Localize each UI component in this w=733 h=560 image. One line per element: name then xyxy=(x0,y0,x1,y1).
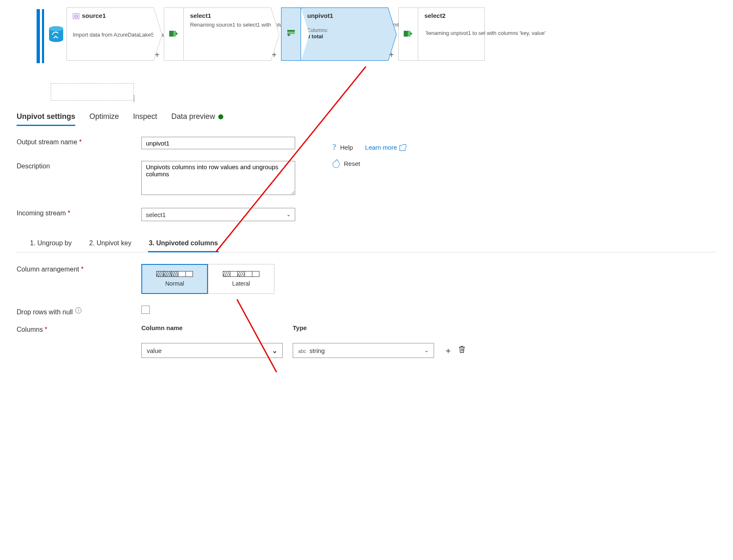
datasource-icon xyxy=(48,26,64,43)
caret-indicator xyxy=(134,95,134,102)
subtab-unpivoted-columns[interactable]: 3. Unpivoted columns xyxy=(148,238,219,252)
add-node-button[interactable]: + xyxy=(389,50,394,60)
incoming-stream-select[interactable]: select1 ⌄ xyxy=(141,208,295,221)
drop-null-checkbox[interactable] xyxy=(141,306,150,314)
node-description: Import data from AzureDataLakeStorage1 xyxy=(73,32,148,38)
columns-label: Columns: xyxy=(307,27,382,33)
unpivot-icon xyxy=(286,30,296,39)
arrangement-lateral-icon xyxy=(223,271,259,277)
tab-optimize[interactable]: Optimize xyxy=(89,110,119,125)
incoming-stream-label: Incoming stream * xyxy=(17,208,141,217)
reset-link[interactable]: Reset xyxy=(344,160,360,167)
subtab-unpivot-key[interactable]: 2. Unpivot key xyxy=(89,238,132,252)
node-title: unpivot1 xyxy=(307,12,382,19)
flow-canvas: { }source1 Import data from AzureDataLak… xyxy=(0,0,733,104)
chevron-down-icon: ⌄ xyxy=(286,212,291,217)
tab-unpivot-settings[interactable]: Unpivot settings xyxy=(17,110,75,125)
chevron-down-icon: ⌄ xyxy=(424,348,429,353)
node-title: source1 xyxy=(82,12,106,19)
select-icon xyxy=(404,30,413,39)
side-links: ?Help Learn more Reset xyxy=(333,143,405,168)
flow-node-unpivot1[interactable]: unpivot1 Columns: 3 total xyxy=(301,7,388,61)
svg-point-1 xyxy=(49,26,63,31)
add-node-button[interactable]: + xyxy=(272,50,277,60)
help-icon: ? xyxy=(333,143,336,151)
add-node-button[interactable]: + xyxy=(155,50,160,60)
arrangement-option-lateral[interactable]: Lateral xyxy=(208,264,274,294)
delete-column-button[interactable] xyxy=(458,345,466,356)
chevron-down-icon: ⌄ xyxy=(272,347,277,355)
tab-inspect[interactable]: Inspect xyxy=(133,110,157,125)
flow-node-select1[interactable]: select1 Renaming source1 to select1 with… xyxy=(184,7,271,61)
info-icon[interactable]: i xyxy=(75,307,81,313)
panel-tabs: Unpivot settings Optimize Inspect Data p… xyxy=(17,110,716,125)
flow-start-marker xyxy=(37,9,40,63)
node-description: Renaming unpivot1 to sel with columns 'k… xyxy=(424,30,479,37)
svg-rect-3 xyxy=(173,31,176,37)
node-description: Renaming source1 to select1 with columns… xyxy=(190,22,265,28)
svg-rect-2 xyxy=(169,31,173,37)
drop-null-label: Drop rows with nulli xyxy=(17,306,141,316)
column-type-header: Type xyxy=(293,324,434,331)
column-type-select[interactable]: abcstring ⌄ xyxy=(293,343,434,358)
flow-node-source1[interactable]: { }source1 Import data from AzureDataLak… xyxy=(67,7,154,61)
select-icon xyxy=(169,30,178,39)
reset-icon xyxy=(333,161,340,168)
flow-node-select2[interactable]: select2 Renaming unpivot1 to sel with co… xyxy=(418,7,485,61)
flow-start-marker-2 xyxy=(42,9,44,63)
sub-tabs: 1. Ungroup by 2. Unpivot key 3. Unpivote… xyxy=(17,238,716,252)
column-name-select[interactable]: value ⌄ xyxy=(141,343,283,358)
subtab-ungroup-by[interactable]: 1. Ungroup by xyxy=(29,238,73,252)
column-arrangement-label: Column arrangement * xyxy=(17,264,141,273)
external-link-icon xyxy=(400,145,405,151)
svg-rect-4 xyxy=(287,30,295,32)
node-title: select2 xyxy=(424,12,479,19)
column-name-header: Column name xyxy=(141,324,283,331)
learn-more-link[interactable]: Learn more xyxy=(365,144,405,151)
node-type-icon-box xyxy=(164,7,184,61)
columns-total: 3 total xyxy=(307,33,382,39)
flow-drop-zone[interactable] xyxy=(51,83,134,101)
description-textarea[interactable]: Unpivots columns into row values and ung… xyxy=(141,161,295,195)
add-column-button[interactable]: ＋ xyxy=(444,345,452,356)
type-prefix-icon: abc xyxy=(298,348,306,354)
svg-rect-7 xyxy=(408,31,410,37)
node-type-icon-box xyxy=(398,7,418,61)
arrangement-normal-icon xyxy=(156,271,193,277)
output-stream-input[interactable] xyxy=(141,137,295,149)
svg-rect-6 xyxy=(404,31,408,37)
node-title: select1 xyxy=(190,12,265,19)
help-link[interactable]: Help xyxy=(340,144,353,151)
output-stream-label: Output stream name * xyxy=(17,137,141,146)
json-icon: { } xyxy=(73,13,79,19)
arrangement-option-normal[interactable]: Normal xyxy=(141,264,208,294)
status-dot-icon xyxy=(218,114,223,119)
node-type-icon-box xyxy=(281,7,301,61)
columns-label: Columns * xyxy=(17,324,141,333)
tab-data-preview[interactable]: Data preview xyxy=(171,110,223,125)
description-label: Description xyxy=(17,161,141,170)
